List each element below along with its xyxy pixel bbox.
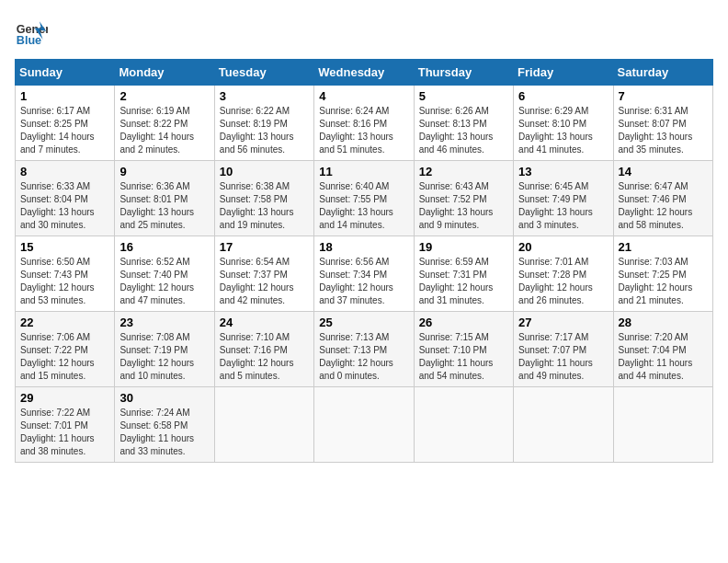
day-cell	[214, 387, 313, 463]
day-number: 27	[518, 316, 608, 329]
svg-text:Blue: Blue	[17, 34, 41, 47]
day-details: Sunrise: 7:03 AMSunset: 7:25 PMDaylight:…	[619, 256, 708, 307]
col-header-saturday: Saturday	[613, 60, 712, 86]
day-details: Sunrise: 6:36 AMSunset: 8:01 PMDaylight:…	[119, 180, 209, 232]
day-cell: 4Sunrise: 6:24 AMSunset: 8:16 PMDaylight…	[314, 86, 414, 161]
day-number: 20	[518, 240, 608, 254]
day-number: 28	[619, 316, 708, 329]
day-number: 12	[419, 165, 508, 178]
col-header-friday: Friday	[514, 60, 613, 86]
day-cell: 24Sunrise: 7:10 AMSunset: 7:16 PMDayligh…	[214, 312, 313, 387]
day-details: Sunrise: 7:20 AMSunset: 7:04 PMDaylight:…	[619, 331, 708, 383]
day-number: 5	[419, 89, 508, 103]
col-header-tuesday: Tuesday	[214, 60, 313, 86]
day-details: Sunrise: 6:47 AMSunset: 7:46 PMDaylight:…	[619, 180, 708, 232]
calendar-table: SundayMondayTuesdayWednesdayThursdayFrid…	[15, 59, 713, 463]
day-number: 21	[619, 240, 708, 254]
day-number: 7	[619, 89, 708, 103]
logo: General Blue	[15, 15, 48, 48]
day-details: Sunrise: 7:01 AMSunset: 7:28 PMDaylight:…	[518, 256, 608, 307]
calendar-header-row: SundayMondayTuesdayWednesdayThursdayFrid…	[16, 60, 713, 86]
day-details: Sunrise: 6:52 AMSunset: 7:40 PMDaylight:…	[119, 256, 209, 307]
day-cell: 23Sunrise: 7:08 AMSunset: 7:19 PMDayligh…	[115, 312, 214, 387]
day-cell: 9Sunrise: 6:36 AMSunset: 8:01 PMDaylight…	[115, 161, 214, 236]
day-cell	[314, 387, 414, 463]
day-number: 18	[319, 240, 408, 254]
day-cell: 26Sunrise: 7:15 AMSunset: 7:10 PMDayligh…	[414, 312, 513, 387]
day-number: 9	[119, 165, 209, 178]
day-number: 13	[518, 165, 608, 178]
day-number: 6	[518, 89, 608, 103]
day-cell: 7Sunrise: 6:31 AMSunset: 8:07 PMDaylight…	[613, 86, 712, 161]
week-row-5: 29Sunrise: 7:22 AMSunset: 7:01 PMDayligh…	[16, 387, 713, 463]
day-number: 15	[20, 240, 109, 254]
day-number: 10	[220, 165, 309, 178]
day-cell: 25Sunrise: 7:13 AMSunset: 7:13 PMDayligh…	[314, 312, 414, 387]
day-number: 11	[319, 165, 408, 178]
day-details: Sunrise: 7:24 AMSunset: 6:58 PMDaylight:…	[119, 407, 209, 458]
day-number: 24	[220, 316, 309, 329]
day-details: Sunrise: 7:10 AMSunset: 7:16 PMDaylight:…	[220, 331, 309, 383]
week-row-3: 15Sunrise: 6:50 AMSunset: 7:43 PMDayligh…	[16, 236, 713, 312]
day-details: Sunrise: 7:06 AMSunset: 7:22 PMDaylight:…	[20, 331, 109, 383]
page-header: General Blue	[15, 15, 713, 48]
day-cell: 22Sunrise: 7:06 AMSunset: 7:22 PMDayligh…	[16, 312, 115, 387]
col-header-monday: Monday	[115, 60, 214, 86]
logo-icon: General Blue	[15, 15, 48, 48]
day-details: Sunrise: 6:17 AMSunset: 8:25 PMDaylight:…	[20, 105, 109, 156]
day-cell: 13Sunrise: 6:45 AMSunset: 7:49 PMDayligh…	[514, 161, 613, 236]
day-details: Sunrise: 7:17 AMSunset: 7:07 PMDaylight:…	[518, 331, 608, 383]
day-details: Sunrise: 6:31 AMSunset: 8:07 PMDaylight:…	[619, 105, 708, 156]
day-details: Sunrise: 6:54 AMSunset: 7:37 PMDaylight:…	[220, 256, 309, 307]
day-details: Sunrise: 7:08 AMSunset: 7:19 PMDaylight:…	[119, 331, 209, 383]
day-details: Sunrise: 6:29 AMSunset: 8:10 PMDaylight:…	[518, 105, 608, 156]
day-details: Sunrise: 7:22 AMSunset: 7:01 PMDaylight:…	[20, 407, 109, 458]
day-number: 23	[119, 316, 209, 329]
day-details: Sunrise: 7:13 AMSunset: 7:13 PMDaylight:…	[319, 331, 408, 383]
week-row-1: 1Sunrise: 6:17 AMSunset: 8:25 PMDaylight…	[16, 86, 713, 161]
day-details: Sunrise: 6:50 AMSunset: 7:43 PMDaylight:…	[20, 256, 109, 307]
day-number: 19	[419, 240, 508, 254]
day-number: 22	[20, 316, 109, 329]
week-row-4: 22Sunrise: 7:06 AMSunset: 7:22 PMDayligh…	[16, 312, 713, 387]
day-cell: 14Sunrise: 6:47 AMSunset: 7:46 PMDayligh…	[613, 161, 712, 236]
day-details: Sunrise: 6:33 AMSunset: 8:04 PMDaylight:…	[20, 180, 109, 232]
day-number: 30	[119, 391, 209, 405]
day-details: Sunrise: 6:38 AMSunset: 7:58 PMDaylight:…	[220, 180, 309, 232]
day-cell: 21Sunrise: 7:03 AMSunset: 7:25 PMDayligh…	[613, 236, 712, 312]
week-row-2: 8Sunrise: 6:33 AMSunset: 8:04 PMDaylight…	[16, 161, 713, 236]
day-details: Sunrise: 6:24 AMSunset: 8:16 PMDaylight:…	[319, 105, 408, 156]
day-cell: 1Sunrise: 6:17 AMSunset: 8:25 PMDaylight…	[16, 86, 115, 161]
day-cell: 5Sunrise: 6:26 AMSunset: 8:13 PMDaylight…	[414, 86, 513, 161]
col-header-sunday: Sunday	[16, 60, 115, 86]
day-cell	[613, 387, 712, 463]
day-cell: 27Sunrise: 7:17 AMSunset: 7:07 PMDayligh…	[514, 312, 613, 387]
day-number: 17	[220, 240, 309, 254]
day-cell: 10Sunrise: 6:38 AMSunset: 7:58 PMDayligh…	[214, 161, 313, 236]
day-number: 4	[319, 89, 408, 103]
day-number: 29	[20, 391, 109, 405]
day-cell: 30Sunrise: 7:24 AMSunset: 6:58 PMDayligh…	[115, 387, 214, 463]
day-number: 3	[220, 89, 309, 103]
day-cell: 16Sunrise: 6:52 AMSunset: 7:40 PMDayligh…	[115, 236, 214, 312]
day-cell: 17Sunrise: 6:54 AMSunset: 7:37 PMDayligh…	[214, 236, 313, 312]
day-details: Sunrise: 7:15 AMSunset: 7:10 PMDaylight:…	[419, 331, 508, 383]
day-cell	[514, 387, 613, 463]
day-cell: 29Sunrise: 7:22 AMSunset: 7:01 PMDayligh…	[16, 387, 115, 463]
day-cell: 20Sunrise: 7:01 AMSunset: 7:28 PMDayligh…	[514, 236, 613, 312]
day-number: 14	[619, 165, 708, 178]
day-number: 25	[319, 316, 408, 329]
day-number: 26	[419, 316, 508, 329]
day-cell: 18Sunrise: 6:56 AMSunset: 7:34 PMDayligh…	[314, 236, 414, 312]
day-details: Sunrise: 6:56 AMSunset: 7:34 PMDaylight:…	[319, 256, 408, 307]
day-details: Sunrise: 6:22 AMSunset: 8:19 PMDaylight:…	[220, 105, 309, 156]
day-cell: 3Sunrise: 6:22 AMSunset: 8:19 PMDaylight…	[214, 86, 313, 161]
day-details: Sunrise: 6:40 AMSunset: 7:55 PMDaylight:…	[319, 180, 408, 232]
col-header-wednesday: Wednesday	[314, 60, 414, 86]
day-number: 1	[20, 89, 109, 103]
day-cell: 15Sunrise: 6:50 AMSunset: 7:43 PMDayligh…	[16, 236, 115, 312]
day-number: 8	[20, 165, 109, 178]
day-cell: 28Sunrise: 7:20 AMSunset: 7:04 PMDayligh…	[613, 312, 712, 387]
day-details: Sunrise: 6:45 AMSunset: 7:49 PMDaylight:…	[518, 180, 608, 232]
day-cell: 8Sunrise: 6:33 AMSunset: 8:04 PMDaylight…	[16, 161, 115, 236]
